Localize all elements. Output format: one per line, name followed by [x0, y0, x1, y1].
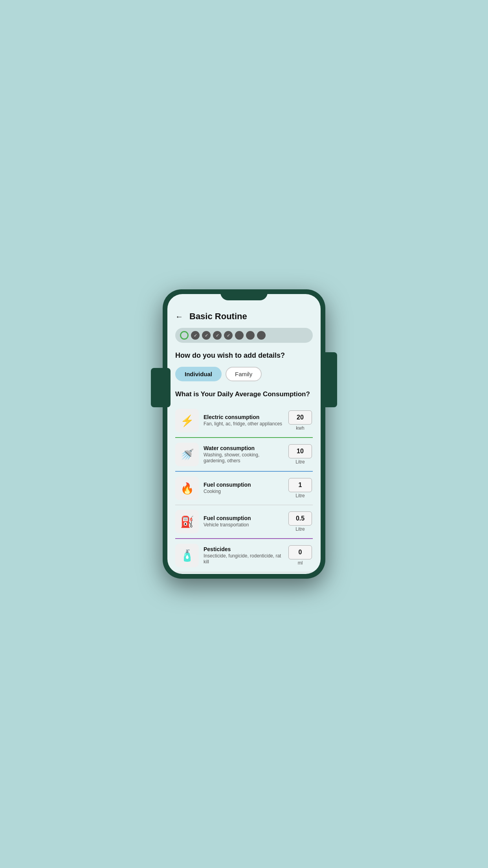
value-unit: Litre — [295, 526, 305, 532]
progress-dot-7 — [257, 331, 266, 340]
section-title: What is Your Daily Average Consumption? — [175, 390, 313, 399]
row-subtitle: Cooking — [204, 489, 283, 495]
progress-dot-4: ✓ — [224, 331, 233, 340]
progress-dot-3: ✓ — [213, 331, 222, 340]
value-box: Litre — [288, 511, 313, 532]
value-unit: ml — [298, 560, 303, 566]
row-info: Water consumption Washing, shower, cooki… — [204, 445, 283, 464]
phone-frame: ← Basic Routine ✓✓✓✓ How do you wish to … — [163, 289, 325, 579]
screen-content: ← Basic Routine ✓✓✓✓ How do you wish to … — [167, 294, 321, 574]
consumption-row: 🛒 Grocery Oil, grain, dairy, bakery prod… — [175, 572, 313, 574]
row-icon: 🧴 — [175, 544, 199, 567]
row-title: Fuel consumption — [204, 482, 283, 488]
header: ← Basic Routine — [175, 311, 313, 322]
progress-dot-2: ✓ — [202, 331, 211, 340]
question-text: How do you wish to add details? — [175, 351, 313, 360]
toggle-group: Individual Family — [175, 367, 313, 381]
progress-dot-1: ✓ — [191, 331, 200, 340]
row-icon: 🔥 — [175, 476, 199, 500]
value-box: Litre — [288, 444, 313, 465]
individual-toggle[interactable]: Individual — [175, 367, 222, 381]
family-toggle[interactable]: Family — [226, 367, 262, 381]
consumption-row: ⛽ Fuel consumption Vehicle transportatio… — [175, 505, 313, 539]
page-title: Basic Routine — [189, 311, 247, 322]
value-input[interactable] — [288, 410, 312, 425]
row-subtitle: Washing, shower, cooking, gardening, oth… — [204, 452, 283, 464]
value-input[interactable] — [288, 444, 312, 458]
consumption-row: ⚡ Electric consumption Fan, light, ac, f… — [175, 404, 313, 438]
phone-screen: ← Basic Routine ✓✓✓✓ How do you wish to … — [167, 294, 321, 574]
row-icon: 🚿 — [175, 443, 199, 466]
progress-dot-6 — [246, 331, 255, 340]
value-unit: Litre — [295, 459, 305, 465]
back-button[interactable]: ← — [175, 312, 183, 321]
row-subtitle: Vehicle transportation — [204, 522, 283, 528]
progress-dot-5 — [235, 331, 244, 340]
value-input[interactable] — [288, 511, 312, 526]
row-info: Fuel consumption Vehicle transportation — [204, 515, 283, 528]
row-info: Fuel consumption Cooking — [204, 482, 283, 495]
value-unit: Litre — [295, 493, 305, 498]
consumption-list: ⚡ Electric consumption Fan, light, ac, f… — [175, 404, 313, 574]
row-info: Pesticides Insecticide, fungicide, roden… — [204, 546, 283, 565]
row-title: Pesticides — [204, 546, 283, 552]
row-info: Electric consumption Fan, light, ac, fri… — [204, 414, 283, 427]
row-title: Water consumption — [204, 445, 283, 451]
row-title: Electric consumption — [204, 414, 283, 420]
progress-bar: ✓✓✓✓ — [175, 328, 313, 343]
row-title: Fuel consumption — [204, 515, 283, 521]
value-box: Litre — [288, 478, 313, 498]
value-box: ml — [288, 545, 313, 566]
consumption-row: 🚿 Water consumption Washing, shower, coo… — [175, 438, 313, 472]
value-unit: kwh — [296, 425, 304, 431]
value-input[interactable] — [288, 545, 312, 559]
row-icon: ⚡ — [175, 409, 199, 432]
value-box: kwh — [288, 410, 313, 431]
progress-dot-0 — [180, 331, 189, 340]
notch — [220, 289, 268, 300]
consumption-row: 🧴 Pesticides Insecticide, fungicide, rod… — [175, 539, 313, 572]
row-subtitle: Insecticide, fungicide, rodenticide, rat… — [204, 553, 283, 565]
value-input[interactable] — [288, 478, 312, 492]
consumption-row: 🔥 Fuel consumption Cooking Litre — [175, 472, 313, 505]
row-icon: ⛽ — [175, 510, 199, 533]
row-subtitle: Fan, light, ac, fridge, other appliances — [204, 421, 283, 427]
